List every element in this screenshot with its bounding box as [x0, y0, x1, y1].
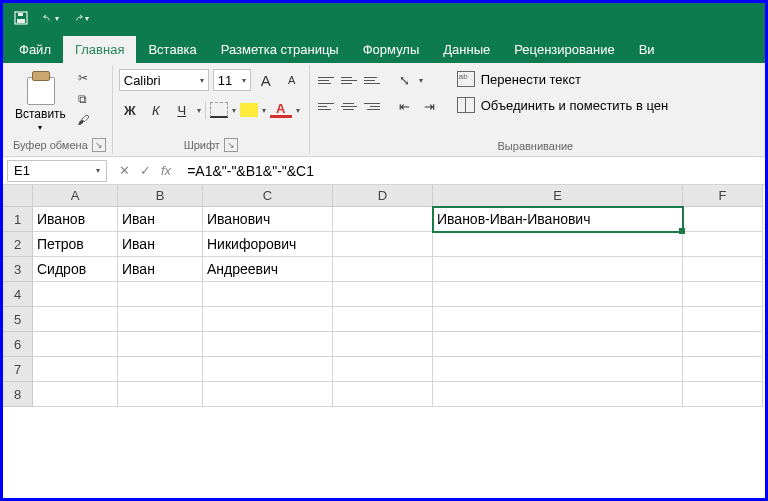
tab-файл[interactable]: Файл: [7, 36, 63, 63]
cell-A3[interactable]: Сидров: [33, 257, 118, 282]
align-bottom-icon[interactable]: [362, 71, 382, 89]
cell-A6[interactable]: [33, 332, 118, 357]
undo-icon[interactable]: ▾: [43, 10, 59, 26]
row-header-5[interactable]: 5: [3, 307, 33, 332]
cell-E5[interactable]: [433, 307, 683, 332]
cell-E8[interactable]: [433, 382, 683, 407]
increase-font-icon[interactable]: A: [255, 69, 277, 91]
row-header-8[interactable]: 8: [3, 382, 33, 407]
row-header-6[interactable]: 6: [3, 332, 33, 357]
italic-button[interactable]: К: [145, 99, 167, 121]
col-header-B[interactable]: B: [118, 185, 203, 207]
row-header-4[interactable]: 4: [3, 282, 33, 307]
cell-A4[interactable]: [33, 282, 118, 307]
copy-icon[interactable]: ⧉: [74, 90, 92, 108]
cell-F7[interactable]: [683, 357, 763, 382]
bold-button[interactable]: Ж: [119, 99, 141, 121]
cell-C3[interactable]: Андреевич: [203, 257, 333, 282]
cell-D5[interactable]: [333, 307, 433, 332]
align-left-icon[interactable]: [316, 97, 336, 115]
dialog-launcher-icon[interactable]: ↘: [92, 138, 106, 152]
cell-B1[interactable]: Иван: [118, 207, 203, 232]
cell-B6[interactable]: [118, 332, 203, 357]
cell-B4[interactable]: [118, 282, 203, 307]
tab-вставка[interactable]: Вставка: [136, 36, 208, 63]
font-color-icon[interactable]: A: [270, 102, 292, 118]
cell-F5[interactable]: [683, 307, 763, 332]
cell-C2[interactable]: Никифорович: [203, 232, 333, 257]
tab-данные[interactable]: Данные: [431, 36, 502, 63]
cell-B3[interactable]: Иван: [118, 257, 203, 282]
tab-разметка страницы[interactable]: Разметка страницы: [209, 36, 351, 63]
align-top-icon[interactable]: [316, 71, 336, 89]
cell-A5[interactable]: [33, 307, 118, 332]
increase-indent-icon[interactable]: ⇥: [419, 95, 441, 117]
cell-D7[interactable]: [333, 357, 433, 382]
fill-color-icon[interactable]: [240, 103, 258, 117]
row-header-7[interactable]: 7: [3, 357, 33, 382]
font-size-combo[interactable]: 11▾: [213, 69, 251, 91]
col-header-E[interactable]: E: [433, 185, 683, 207]
cell-B5[interactable]: [118, 307, 203, 332]
cell-F6[interactable]: [683, 332, 763, 357]
cell-E3[interactable]: [433, 257, 683, 282]
tab-ви[interactable]: Ви: [627, 36, 667, 63]
cell-E6[interactable]: [433, 332, 683, 357]
decrease-font-icon[interactable]: A: [281, 69, 303, 91]
border-icon[interactable]: [210, 102, 228, 118]
cell-F4[interactable]: [683, 282, 763, 307]
decrease-indent-icon[interactable]: ⇤: [394, 95, 416, 117]
underline-button[interactable]: Ч: [171, 99, 193, 121]
col-header-A[interactable]: A: [33, 185, 118, 207]
fx-icon[interactable]: fx: [161, 163, 171, 178]
cell-F3[interactable]: [683, 257, 763, 282]
align-middle-icon[interactable]: [339, 71, 359, 89]
cell-B8[interactable]: [118, 382, 203, 407]
cell-B2[interactable]: Иван: [118, 232, 203, 257]
cell-F8[interactable]: [683, 382, 763, 407]
font-name-combo[interactable]: Calibri▾: [119, 69, 209, 91]
cell-E2[interactable]: [433, 232, 683, 257]
enter-icon[interactable]: ✓: [140, 163, 151, 178]
cell-D1[interactable]: [333, 207, 433, 232]
redo-icon[interactable]: ▾: [73, 10, 89, 26]
cancel-icon[interactable]: ✕: [119, 163, 130, 178]
cell-F2[interactable]: [683, 232, 763, 257]
cell-D3[interactable]: [333, 257, 433, 282]
row-header-2[interactable]: 2: [3, 232, 33, 257]
align-center-icon[interactable]: [339, 97, 359, 115]
merge-center-button[interactable]: Объединить и поместить в цен: [455, 95, 670, 115]
cell-D8[interactable]: [333, 382, 433, 407]
cell-A7[interactable]: [33, 357, 118, 382]
cell-C4[interactable]: [203, 282, 333, 307]
tab-формулы[interactable]: Формулы: [351, 36, 432, 63]
save-icon[interactable]: [13, 10, 29, 26]
cell-C1[interactable]: Иванович: [203, 207, 333, 232]
cell-C7[interactable]: [203, 357, 333, 382]
cut-icon[interactable]: ✂: [74, 69, 92, 87]
cell-A8[interactable]: [33, 382, 118, 407]
row-header-1[interactable]: 1: [3, 207, 33, 232]
name-box[interactable]: E1▾: [7, 160, 107, 182]
cell-A2[interactable]: Петров: [33, 232, 118, 257]
format-painter-icon[interactable]: 🖌: [74, 111, 92, 129]
cell-D2[interactable]: [333, 232, 433, 257]
orientation-icon[interactable]: ⤡: [394, 69, 416, 91]
cell-C8[interactable]: [203, 382, 333, 407]
cell-E1[interactable]: Иванов-Иван-Иванович: [433, 207, 683, 232]
col-header-D[interactable]: D: [333, 185, 433, 207]
formula-input[interactable]: [183, 160, 761, 182]
cell-D6[interactable]: [333, 332, 433, 357]
tab-главная[interactable]: Главная: [63, 36, 136, 63]
cell-C5[interactable]: [203, 307, 333, 332]
row-header-3[interactable]: 3: [3, 257, 33, 282]
cell-D4[interactable]: [333, 282, 433, 307]
col-header-F[interactable]: F: [683, 185, 763, 207]
cell-A1[interactable]: Иванов: [33, 207, 118, 232]
tab-рецензирование[interactable]: Рецензирование: [502, 36, 626, 63]
select-all-corner[interactable]: [3, 185, 33, 207]
cell-E4[interactable]: [433, 282, 683, 307]
wrap-text-button[interactable]: ab Перенести текст: [455, 69, 670, 89]
cell-E7[interactable]: [433, 357, 683, 382]
dialog-launcher-icon[interactable]: ↘: [224, 138, 238, 152]
